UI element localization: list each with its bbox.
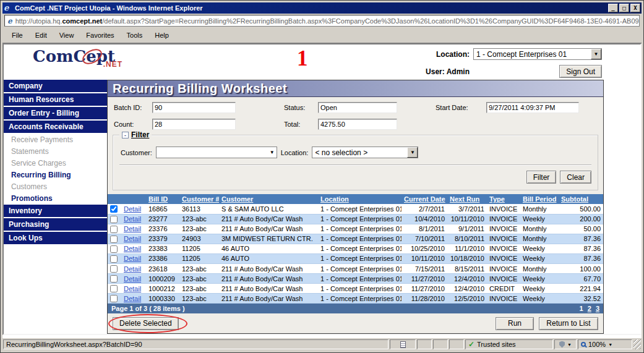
- detail-link[interactable]: Detail: [124, 275, 141, 283]
- filter-section: - Filter Customer: ▼ Location: < no sele…: [113, 135, 598, 190]
- maximize-button[interactable]: □: [619, 4, 629, 12]
- chevron-down-icon[interactable]: ▼: [591, 49, 601, 59]
- row-checkbox[interactable]: [110, 285, 118, 292]
- row-checkbox[interactable]: [110, 216, 118, 223]
- check-icon: ✓: [468, 340, 474, 349]
- row-checkbox[interactable]: [110, 255, 118, 263]
- return-to-list-button[interactable]: Return to List: [539, 317, 598, 330]
- column-current-date[interactable]: Current Date: [401, 194, 447, 204]
- comcept-logo: ComCept .NET: [33, 48, 115, 64]
- page-favicon-icon: e: [7, 17, 12, 25]
- row-checkbox[interactable]: [110, 265, 118, 273]
- count-field[interactable]: [152, 119, 236, 130]
- row-checkbox[interactable]: [110, 205, 118, 213]
- location-filter-select[interactable]: < no selection > ▼: [312, 147, 418, 158]
- sidebar-item-order-entry-billing[interactable]: Order Entry - Billing: [4, 107, 107, 119]
- resize-grip[interactable]: [633, 339, 641, 349]
- clear-button[interactable]: Clear: [560, 171, 591, 184]
- batch-id-field[interactable]: [152, 102, 236, 113]
- total-field[interactable]: [318, 119, 397, 130]
- menu-help[interactable]: Help: [149, 30, 174, 41]
- row-checkbox[interactable]: [110, 245, 118, 253]
- column-customer-no[interactable]: Customer #: [179, 194, 219, 204]
- sidebar-item-recurring-billing[interactable]: Recurring Billing: [4, 169, 107, 181]
- menu-file[interactable]: File: [6, 30, 28, 41]
- url-text: http://utopia.hq.comcept.net/default.asp…: [15, 17, 640, 25]
- customer-filter-label: Customer:: [121, 149, 152, 156]
- worksheet-panel: Recurring Billing Worksheet Batch ID: St…: [107, 80, 604, 334]
- column-bill-period[interactable]: Bill Period: [520, 194, 559, 204]
- user-label: User: Admin: [426, 67, 470, 76]
- sidebar-item-receive-payments[interactable]: Receive Payments: [4, 134, 107, 146]
- column-subtotal[interactable]: Subtotal: [559, 194, 603, 204]
- column-location[interactable]: Location: [318, 194, 401, 204]
- sidebar-item-promotions[interactable]: Promotions: [4, 193, 107, 205]
- sidebar-item-human-resources[interactable]: Human Resources: [4, 93, 107, 106]
- detail-link[interactable]: Detail: [124, 255, 141, 262]
- customer-filter-input[interactable]: [157, 148, 268, 157]
- table-row: Detail 1686536113 S & SAM AUTO LLC1 - Co…: [108, 204, 603, 214]
- status-doc-segment: [390, 339, 416, 349]
- chevron-down-icon[interactable]: ▼: [268, 150, 277, 155]
- column-type[interactable]: Type: [487, 194, 520, 204]
- url-input[interactable]: e http://utopia.hq.comcept.net/default.a…: [4, 15, 640, 27]
- start-date-field[interactable]: [486, 102, 579, 113]
- row-checkbox[interactable]: [110, 295, 118, 302]
- column-customer[interactable]: Customer: [219, 194, 318, 204]
- pagination-summary: Page 1 of 3 ( 28 items ): [111, 305, 185, 312]
- sidebar-item-service-charges[interactable]: Service Charges: [4, 158, 107, 169]
- menu-favorites[interactable]: Favorites: [80, 30, 119, 41]
- detail-link[interactable]: Detail: [124, 225, 141, 232]
- sidebar-item-inventory[interactable]: Inventory: [4, 205, 107, 217]
- pagination-bar: Page 1 of 3 ( 28 items ) 1 2 3: [108, 304, 603, 313]
- column-next-run[interactable]: Next Run: [447, 194, 487, 204]
- page-3-link[interactable]: 3: [596, 305, 599, 312]
- row-checkbox[interactable]: [110, 236, 118, 243]
- billing-table: Bill ID Customer # Customer Location Cur…: [108, 194, 603, 304]
- zoom-level: 100%: [588, 341, 606, 348]
- column-bill-id[interactable]: Bill ID: [146, 194, 179, 204]
- app-header: ComCept .NET 1 Location: 1 - Comcept Ent…: [4, 45, 640, 79]
- row-checkbox[interactable]: [110, 275, 118, 283]
- chevron-down-icon: ▼: [567, 342, 572, 347]
- page: ComCept .NET 1 Location: 1 - Comcept Ent…: [2, 43, 642, 335]
- status-bar: RecurringBillingWorksheet.aspx?BatchID=9…: [2, 338, 642, 351]
- location-select[interactable]: 1 - Comcept Enterprises 01 ▼: [473, 48, 602, 60]
- location-label: Location:: [426, 50, 470, 59]
- sidebar-item-customers[interactable]: Customers: [4, 181, 107, 193]
- sign-out-button[interactable]: Sign Out: [559, 65, 602, 78]
- detail-link[interactable]: Detail: [124, 265, 141, 273]
- collapse-minus-icon[interactable]: -: [122, 132, 129, 138]
- detail-link[interactable]: Detail: [124, 235, 141, 242]
- filter-button[interactable]: Filter: [526, 171, 557, 184]
- table-row: Detail 23618123-abc 211 # Auto Body/Car …: [108, 263, 603, 273]
- detail-link[interactable]: Detail: [124, 285, 141, 292]
- detail-link[interactable]: Detail: [124, 215, 141, 223]
- zoom-control[interactable]: 100% ▼: [578, 339, 632, 349]
- protected-mode-segment[interactable]: ▼: [554, 339, 577, 349]
- sidebar-item-statements[interactable]: Statements: [4, 146, 107, 158]
- run-button[interactable]: Run: [496, 317, 534, 330]
- close-button[interactable]: X: [630, 4, 640, 12]
- chevron-down-icon[interactable]: ▼: [407, 147, 418, 158]
- menu-edit[interactable]: Edit: [30, 30, 53, 41]
- sidebar-item-accounts-receivable[interactable]: Accounts Receivable: [4, 121, 107, 133]
- minimize-button[interactable]: _: [608, 4, 618, 12]
- detail-link[interactable]: Detail: [124, 245, 141, 252]
- start-date-label: Start Date:: [436, 104, 486, 111]
- sidebar-item-look-ups[interactable]: Look Ups: [4, 232, 107, 244]
- menu-view[interactable]: View: [54, 30, 80, 41]
- row-checkbox[interactable]: [110, 226, 118, 233]
- filter-legend-label[interactable]: Filter: [131, 130, 149, 139]
- detail-link[interactable]: Detail: [124, 295, 141, 302]
- sidebar-item-company[interactable]: Company: [4, 80, 107, 92]
- page-2-link[interactable]: 2: [588, 305, 591, 312]
- detail-link[interactable]: Detail: [124, 205, 141, 213]
- security-zone-segment: ✓ Trusted sites: [465, 339, 553, 349]
- trusted-sites-label: Trusted sites: [477, 341, 516, 348]
- status-field[interactable]: [318, 102, 397, 113]
- delete-selected-button[interactable]: Delete Selected: [113, 317, 179, 330]
- menu-tools[interactable]: Tools: [121, 30, 148, 41]
- customer-filter-combo[interactable]: ▼: [156, 147, 277, 158]
- sidebar-item-purchasing[interactable]: Purchasing: [4, 218, 107, 231]
